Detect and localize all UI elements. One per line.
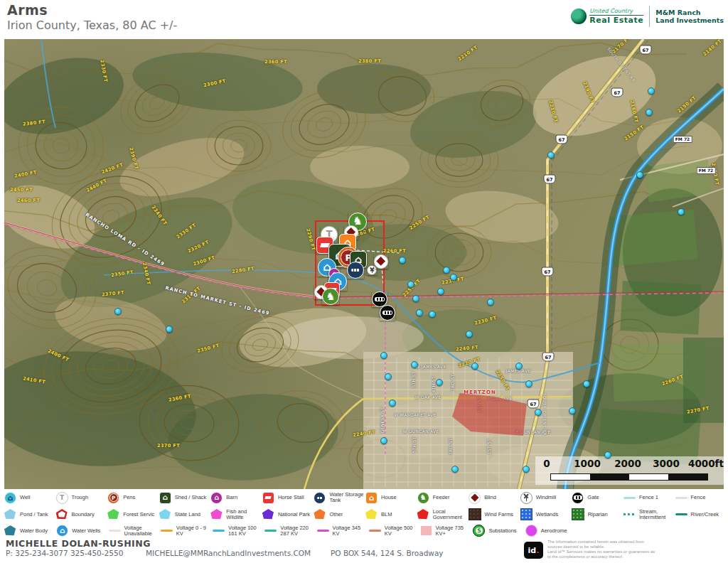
water-well-dot[interactable]: [451, 466, 459, 473]
water-well-dot[interactable]: [389, 400, 396, 407]
house-icon: ⌂: [365, 492, 378, 504]
globe-icon: [571, 9, 587, 24]
tex-icon: [469, 508, 481, 520]
contour-label: 2330 FT: [99, 60, 108, 83]
water-well-dot[interactable]: [407, 281, 414, 288]
legend-label: Fish and Wildlife: [226, 509, 261, 520]
legend-label: Shed / Shack: [175, 495, 207, 500]
legend-label: Fence 1: [639, 495, 658, 500]
poly-icon: [159, 509, 171, 520]
legend-item-blm: BLM: [364, 509, 416, 520]
legend-item-pond-tank: Pond / Tank: [3, 509, 55, 520]
highway-67-shield: 67: [556, 135, 568, 144]
header: Arms Irion County, Texas, 80 AC +/- Unit…: [0, 0, 728, 39]
water-well-dot[interactable]: [114, 308, 122, 315]
water-well-dot[interactable]: [583, 380, 590, 387]
street-label: 1ST ST: [486, 439, 491, 454]
water-well-dot[interactable]: [385, 373, 392, 380]
legend-label: Wetlands: [536, 512, 558, 518]
water-well-dot[interactable]: [604, 451, 611, 459]
feeder-icon: ♞: [417, 492, 429, 504]
water-well-dot[interactable]: [412, 295, 419, 302]
gate-icon: [572, 492, 584, 504]
contour-label: 2150 FT: [676, 95, 697, 114]
legend-item-national-park: National Park: [261, 509, 313, 520]
legend-label: Substations: [488, 528, 516, 534]
legend-item-river-creek: River/Creek: [674, 512, 726, 518]
water-well-dot[interactable]: [515, 363, 523, 370]
water-well-dot[interactable]: [466, 331, 473, 338]
water-well-dot[interactable]: [411, 361, 418, 368]
water-well-dot[interactable]: [380, 437, 387, 444]
map-marker-feeder[interactable]: ♞: [322, 288, 339, 305]
line-icon: [264, 530, 277, 532]
map-marker-blind[interactable]: [374, 254, 388, 269]
trough-icon: T: [56, 492, 68, 504]
contour-label: 2300 FT: [203, 78, 227, 88]
legend-label: Barn: [226, 495, 237, 500]
water-well-dot[interactable]: [429, 311, 436, 318]
water-well-dot[interactable]: [648, 87, 655, 95]
water-well-dot[interactable]: [535, 409, 542, 416]
contour-label: 2300 FT: [193, 254, 216, 267]
scale-bar: 01000200030004000ft: [535, 456, 724, 485]
legend-item-boundary: Boundary: [55, 509, 107, 520]
water-well-dot[interactable]: [436, 379, 443, 386]
water-well-dot[interactable]: [523, 466, 530, 473]
water-well-dot[interactable]: [678, 208, 685, 215]
legend-label: Local Government: [433, 509, 468, 520]
water-well-dot[interactable]: [646, 109, 653, 116]
water-well-dot[interactable]: [471, 363, 478, 370]
poly-outline-icon: [56, 509, 68, 520]
water-well-dot[interactable]: [636, 171, 643, 178]
water-well-dot[interactable]: [569, 407, 576, 414]
contour-label: 2270 FT: [687, 405, 710, 414]
water-well-dot[interactable]: [399, 257, 406, 264]
contour-label: 2330 FT: [176, 222, 198, 240]
map-marker-gate[interactable]: [380, 305, 395, 321]
legend-label: National Park: [278, 512, 310, 518]
scale-bar-segments: [550, 473, 708, 481]
water-well-dot[interactable]: [380, 352, 387, 359]
contour-label: 2370 FT: [102, 290, 125, 298]
map-export-page: { "header": { "title": "Arms", "subtitle…: [0, 0, 728, 563]
street-label: W JAMES AVE: [415, 364, 446, 369]
legend-item-fish-and-wildlife: Fish and Wildlife: [209, 509, 261, 520]
legend-label: Water Body: [20, 528, 48, 534]
uc-name: United Country: [589, 9, 643, 14]
water-well-dot[interactable]: [487, 299, 494, 306]
horse-stall-icon: [262, 492, 274, 504]
brand-block: United Country Real Estate M&M Ranch Lan…: [571, 6, 724, 27]
legend-row-2: Pond / TankBoundaryForest ServicState La…: [3, 506, 725, 522]
mm-line1: M&M Ranch: [655, 9, 724, 16]
legend-label: Voltage 735 KV+: [435, 525, 464, 537]
legend-item-stream-intermittent: Stream, Intermittent: [622, 509, 674, 520]
legend-label: River/Creek: [691, 512, 719, 518]
water-well-dot[interactable]: [547, 151, 555, 159]
street-label: W OAK AVE: [415, 395, 441, 400]
local-government-parcel: [452, 393, 527, 436]
contour-label: 2370 FT: [157, 443, 180, 449]
water-well-dot[interactable]: [450, 274, 457, 281]
contour-label: 2360 FT: [168, 393, 192, 402]
legend-label: Gate: [587, 495, 599, 500]
poly-icon: [314, 509, 326, 520]
water-well-dot[interactable]: [437, 288, 444, 295]
street-label: W DUNCAN AVE: [402, 429, 439, 434]
map-marker-water-storage[interactable]: [347, 262, 364, 279]
water-well-dot[interactable]: [416, 309, 423, 316]
map-canvas[interactable]: 01000200030004000ft 2330 FT2390 FT2360 F…: [4, 39, 724, 489]
contour-label: 2240 FT: [353, 429, 376, 438]
legend-item-riparian: Riparian: [570, 508, 622, 520]
line-icon: [623, 497, 636, 499]
legend-item-voltage-unavailable: Voltage Unavailable: [107, 525, 159, 537]
water-well-dot[interactable]: [525, 380, 532, 387]
tex-icon: [572, 508, 584, 520]
legend-label: Aerodrome: [541, 528, 567, 534]
legend-item-voltage-100-161-kv: Voltage 100 161 KV: [211, 525, 263, 537]
water-well-dot[interactable]: [443, 267, 450, 274]
legend-item-voltage-220-287-kv: Voltage 220 287 KV: [263, 525, 315, 537]
water-well-dot[interactable]: [166, 326, 173, 333]
street-label: 3RD ST: [450, 374, 455, 391]
contour-label: 2350 FT: [196, 343, 220, 354]
